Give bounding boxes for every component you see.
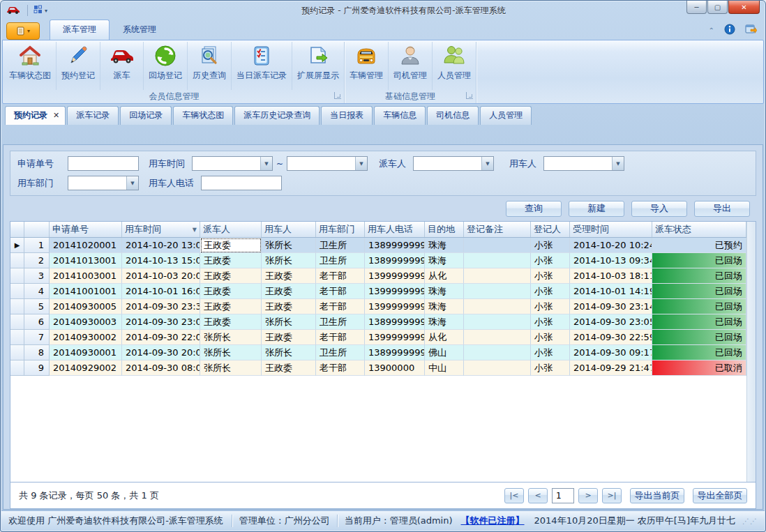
chevron-down-icon[interactable]: ▼ <box>126 176 138 190</box>
maximize-button[interactable]: ▢ <box>707 1 728 14</box>
column-header-6[interactable]: 用车人电话 <box>365 222 425 237</box>
cell-申请单号[interactable]: 20141020001 <box>50 238 122 253</box>
cell-目的地[interactable]: 中山 <box>425 360 464 376</box>
dispatch-button[interactable]: 派车 <box>100 42 144 90</box>
cell-登记备注[interactable] <box>464 314 531 330</box>
doc-tab-8[interactable]: 司机信息 <box>427 106 479 125</box>
table-row-4[interactable]: 4201410010012014-10-01 16:00王政委王政委老干部139… <box>10 284 746 299</box>
column-header-1[interactable]: 申请单号 <box>50 222 122 237</box>
cell-目的地[interactable]: 珠海 <box>425 314 464 330</box>
about-window-icon[interactable] <box>745 24 757 37</box>
cell-登记人[interactable]: 小张 <box>531 253 570 268</box>
history-query-button[interactable]: 历史查询 <box>188 42 232 90</box>
cell-用车人[interactable]: 张所长 <box>262 314 316 330</box>
cell-受理时间[interactable]: 2014-09-30 23:14 <box>570 299 652 314</box>
driver-manage-button[interactable]: 司机管理 <box>389 42 433 90</box>
license-link[interactable]: 【软件已注册】 <box>461 515 525 527</box>
next-page-button[interactable]: > <box>578 488 598 503</box>
cell-登记备注[interactable] <box>464 238 531 253</box>
department-combo[interactable]: ▼ <box>68 176 139 190</box>
apply-no-input[interactable] <box>68 156 139 171</box>
cell-受理时间[interactable]: 2014-10-13 09:34 <box>570 253 652 268</box>
chevron-down-icon[interactable]: ▼ <box>481 157 493 170</box>
dispatch-status-cell[interactable]: 已取消 <box>652 360 746 376</box>
doc-tab-2[interactable]: 派车记录 <box>67 106 119 125</box>
cell-用车人[interactable]: 张所长 <box>262 238 316 253</box>
cell-派车人[interactable]: 王政委 <box>200 284 262 299</box>
cell-受理时间[interactable]: 2014-10-03 18:11 <box>570 268 652 284</box>
dialog-launcher-icon[interactable] <box>466 92 473 99</box>
cell-用车部门[interactable]: 老干部 <box>316 360 365 376</box>
dispatcher-combo[interactable]: ▼ <box>413 156 494 171</box>
doc-tab-1[interactable]: 预约记录✕ <box>5 106 66 125</box>
chevron-down-icon[interactable]: ▼ <box>355 157 367 170</box>
column-header-5[interactable]: 用车部门 <box>316 222 365 237</box>
cell-登记人[interactable]: 小张 <box>531 360 570 376</box>
doc-tab-9[interactable]: 人员管理 <box>480 106 532 125</box>
cell-目的地[interactable]: 从化 <box>425 330 464 345</box>
cell-受理时间[interactable]: 2014-09-30 23:05 <box>570 314 652 330</box>
cell-登记人[interactable]: 小张 <box>531 330 570 345</box>
today-dispatch-records-button[interactable]: 当日派车记录 <box>232 42 292 90</box>
personnel-manage-button[interactable]: 人员管理 <box>433 42 476 90</box>
cell-用车人[interactable]: 王政委 <box>262 299 316 314</box>
doc-tab-5[interactable]: 派车历史记录查询 <box>234 106 320 125</box>
dispatch-status-cell[interactable]: 已回场 <box>652 345 746 360</box>
table-row-2[interactable]: 2201410130012014-10-13 15:00王政委张所长卫生所138… <box>10 253 746 268</box>
cell-用车人[interactable]: 张所长 <box>262 253 316 268</box>
export-button[interactable]: 导出 <box>694 201 750 217</box>
cell-用车人电话[interactable]: 1389999999 <box>365 253 425 268</box>
minimize-button[interactable]: ─ <box>686 1 707 14</box>
page-number-input[interactable] <box>552 488 574 503</box>
cell-派车人[interactable]: 张所长 <box>200 345 262 360</box>
export-all-pages-button[interactable]: 导出全部页 <box>693 488 747 503</box>
time-to-combo[interactable]: ▼ <box>287 156 368 171</box>
cell-用车时间[interactable]: 2014-09-30 20:00 <box>122 345 200 360</box>
cell-用车人[interactable]: 张所长 <box>262 345 316 360</box>
cell-登记备注[interactable] <box>464 253 531 268</box>
cell-派车人[interactable]: 王政委 <box>200 238 262 253</box>
cell-用车部门[interactable]: 卫生所 <box>316 253 365 268</box>
time-from-combo[interactable]: ▼ <box>192 156 273 171</box>
cell-登记备注[interactable] <box>464 299 531 314</box>
doc-tab-3[interactable]: 回场记录 <box>120 106 172 125</box>
table-row-1[interactable]: ▶1201410200012014-10-20 13:00王政委张所长卫生所13… <box>10 238 746 253</box>
cell-登记人[interactable]: 小张 <box>531 268 570 284</box>
dispatch-status-cell[interactable]: 已回场 <box>652 284 746 299</box>
cell-目的地[interactable]: 珠海 <box>425 253 464 268</box>
cell-受理时间[interactable]: 2014-09-29 21:47 <box>570 360 652 376</box>
resize-grip[interactable]: ⋰⋰ <box>742 517 758 525</box>
cell-用车部门[interactable]: 卫生所 <box>316 314 365 330</box>
import-button[interactable]: 导入 <box>631 201 687 217</box>
export-current-page-button[interactable]: 导出当前页 <box>630 488 684 503</box>
last-page-button[interactable]: >| <box>602 488 622 503</box>
cell-用车部门[interactable]: 卫生所 <box>316 345 365 360</box>
cell-受理时间[interactable]: 2014-10-20 10:24 <box>570 238 652 253</box>
cell-用车人[interactable]: 王政委 <box>262 360 316 376</box>
cell-用车部门[interactable]: 老干部 <box>316 268 365 284</box>
dispatch-status-cell[interactable]: 已回场 <box>652 330 746 345</box>
vehicle-status-map-button[interactable]: 车辆状态图 <box>4 42 57 90</box>
cell-登记备注[interactable] <box>464 360 531 376</box>
column-header-3[interactable]: 派车人 <box>200 222 262 237</box>
cell-登记备注[interactable] <box>464 284 531 299</box>
quick-access-toolbar[interactable]: ▾ <box>27 5 47 16</box>
cell-登记人[interactable]: 小张 <box>531 299 570 314</box>
cell-目的地[interactable]: 珠海 <box>425 284 464 299</box>
column-header-4[interactable]: 用车人 <box>262 222 316 237</box>
cell-用车人[interactable]: 王政委 <box>262 330 316 345</box>
cell-用车人电话[interactable]: 13999999999 <box>365 268 425 284</box>
cell-派车人[interactable]: 王政委 <box>200 314 262 330</box>
cell-登记人[interactable]: 小张 <box>531 314 570 330</box>
chevron-down-icon[interactable]: ▼ <box>260 157 272 170</box>
app-menu-button[interactable]: ▾ <box>6 22 40 40</box>
cell-用车部门[interactable]: 老干部 <box>316 330 365 345</box>
cell-受理时间[interactable]: 2014-09-30 09:17 <box>570 345 652 360</box>
dispatch-status-cell[interactable]: 已回场 <box>652 268 746 284</box>
info-icon[interactable] <box>724 24 735 37</box>
vertical-scrollbar[interactable] <box>746 222 756 482</box>
doc-tab-4[interactable]: 车辆状态图 <box>173 106 233 125</box>
phone-input[interactable] <box>201 176 282 190</box>
column-header-10[interactable]: 受理时间 <box>570 222 652 237</box>
cell-用车时间[interactable]: 2014-10-03 20:00 <box>122 268 200 284</box>
